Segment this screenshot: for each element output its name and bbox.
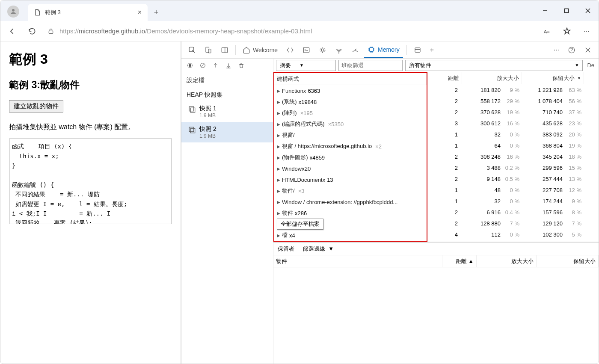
- svg-point-13: [321, 49, 324, 51]
- table-row[interactable]: 3300 61216 %435 62823 %: [428, 118, 599, 129]
- save-button[interactable]: [223, 60, 234, 71]
- table-row[interactable]: 23 4880.2 %299 59615 %: [428, 162, 599, 173]
- table-row[interactable]: ▶檔x4: [274, 230, 427, 241]
- tab-performance[interactable]: [348, 42, 362, 58]
- help-button[interactable]: [564, 42, 579, 58]
- settings-menu-button[interactable]: ···: [578, 23, 595, 40]
- objects-dropdown[interactable]: 所有物件▼: [405, 60, 583, 71]
- back-button[interactable]: [4, 23, 21, 40]
- svg-rect-16: [415, 47, 420, 52]
- table-row[interactable]: ▶HTMLDocumentx13: [274, 174, 427, 185]
- table-row[interactable]: ▶Window / chrome-extension: //gpphkfbcpi…: [274, 196, 427, 207]
- tab-welcome[interactable]: Welcome: [239, 42, 281, 58]
- tab-console[interactable]: [299, 42, 314, 58]
- ret-header-distance[interactable]: 距離 ▲: [442, 255, 477, 267]
- svg-rect-25: [189, 107, 194, 111]
- table-row[interactable]: ▶視窗 / https://microsoftedge.github.io×2: [274, 141, 427, 152]
- window-controls: [534, 0, 599, 21]
- url-field[interactable]: https://microsoftedge.github.io/Demos/de…: [43, 24, 536, 39]
- tab-memory[interactable]: Memory: [364, 42, 403, 58]
- table-row[interactable]: ▶Windowx20: [274, 163, 427, 174]
- snapshot-2[interactable]: 快照 21.9 MB: [181, 122, 273, 142]
- gc-button[interactable]: [236, 60, 246, 71]
- page-content: 範例 3 範例 3:散亂物件 建立散亂的物件 拍攝堆集快照並 watch 物件 …: [0, 41, 181, 364]
- table-row[interactable]: 2181 8209 %1 221 92863 %: [428, 84, 599, 95]
- new-tab-button[interactable]: +: [148, 4, 165, 21]
- constructor-column: 建構函式 ▶Functionx6363▶(系統)x19848▶(陣列)×195▶…: [273, 72, 427, 242]
- close-window-button[interactable]: [577, 0, 599, 21]
- ret-header-retained[interactable]: 保留大小: [537, 255, 599, 267]
- tab-network[interactable]: [332, 42, 346, 58]
- table-row[interactable]: 41120 %102 3005 %: [428, 229, 599, 240]
- table-row[interactable]: ▶(物件圖形)x4859: [274, 152, 427, 163]
- filter-edges-dropdown[interactable]: 篩選邊緣 ▼: [303, 245, 334, 253]
- table-row[interactable]: 2370 62819 %710 74037 %: [428, 107, 599, 118]
- favorite-button[interactable]: [558, 23, 575, 40]
- page-description: 拍攝堆集快照並 watch 物件 (專案) 配置。: [9, 121, 172, 133]
- view-dropdown[interactable]: 摘要▼: [276, 60, 336, 71]
- inspect-icon[interactable]: [185, 42, 199, 58]
- table-row[interactable]: ▶物件/×3: [274, 185, 427, 196]
- close-devtools-button[interactable]: [581, 42, 595, 58]
- page-h2: 範例 3:散亂物件: [9, 78, 172, 92]
- clear-button[interactable]: [198, 60, 208, 71]
- ret-header-shallow[interactable]: 放大大小: [477, 255, 537, 267]
- dock-icon[interactable]: [217, 42, 232, 58]
- table-row[interactable]: 1640 %368 80419 %: [428, 140, 599, 151]
- table-row[interactable]: ▶ (字串)x473 0全部儲存至檔案: [274, 219, 427, 230]
- tab-title: 範例 3: [45, 9, 133, 16]
- table-row[interactable]: ▶Functionx6363: [274, 85, 427, 96]
- tab-sources[interactable]: [315, 42, 330, 58]
- svg-point-0: [12, 9, 15, 12]
- create-objects-button[interactable]: 建立散亂的物件: [9, 100, 63, 112]
- titlebar: 範例 3 × +: [0, 0, 599, 21]
- svg-point-22: [189, 64, 191, 66]
- table-row[interactable]: ▶ 物件x286: [274, 207, 427, 219]
- document-icon: [34, 9, 41, 16]
- tab-drawer-icon[interactable]: [410, 42, 425, 58]
- header-shallow[interactable]: 放大大小: [462, 72, 522, 84]
- read-aloud-button[interactable]: A»: [539, 23, 556, 40]
- table-row[interactable]: 1320 %383 09220 %: [428, 129, 599, 140]
- table-row[interactable]: 29 1480.5 %257 44413 %: [428, 173, 599, 184]
- ret-header-object[interactable]: 物件: [273, 255, 442, 267]
- profile-avatar[interactable]: [7, 6, 19, 18]
- heap-pane: 摘要▼ 所有物件▼ De 建構函式 ▶Functionx6363▶(系統)x19…: [273, 59, 599, 364]
- browser-tab[interactable]: 範例 3 ×: [28, 4, 148, 21]
- profiles-label: 設定檔: [181, 72, 273, 89]
- table-row[interactable]: 2558 17229 %1 078 40456 %: [428, 95, 599, 107]
- table-row[interactable]: ▶(編譯的程式代碼)×5350: [274, 118, 427, 130]
- table-row[interactable]: ▶(系統)x19848: [274, 96, 427, 107]
- tab-close-icon[interactable]: ×: [138, 9, 142, 16]
- class-filter-input[interactable]: [338, 60, 403, 71]
- snapshot-1[interactable]: 快照 11.9 MB: [181, 101, 273, 122]
- record-button[interactable]: [185, 60, 195, 71]
- details-toggle[interactable]: De: [585, 59, 596, 72]
- table-row[interactable]: ▶(陣列)×195: [274, 107, 427, 118]
- svg-line-24: [202, 64, 205, 67]
- table-row[interactable]: 1480 %227 70812 %: [428, 184, 599, 195]
- device-icon[interactable]: [201, 42, 216, 58]
- snapshot-icon: [188, 126, 196, 134]
- address-bar: https://microsoftedge.github.io/Demos/de…: [0, 21, 599, 41]
- heap-table: 建構函式 ▶Functionx6363▶(系統)x19848▶(陣列)×195▶…: [273, 72, 599, 242]
- load-button[interactable]: [211, 60, 221, 71]
- table-row[interactable]: 26 9160.4 %157 5968 %: [428, 207, 599, 218]
- add-tab-button[interactable]: +: [427, 42, 437, 58]
- table-row[interactable]: 2128 8807 %129 1207 %: [428, 218, 599, 229]
- table-row[interactable]: 2308 24816 %345 20418 %: [428, 151, 599, 162]
- header-distance[interactable]: 距離: [428, 72, 462, 84]
- table-row[interactable]: ▶視窗/: [274, 130, 427, 141]
- tab-elements[interactable]: [283, 42, 297, 58]
- snapshot-icon: [188, 106, 196, 113]
- heap-toolbar: 摘要▼ 所有物件▼ De: [273, 59, 599, 72]
- minimize-button[interactable]: [534, 0, 556, 21]
- refresh-button[interactable]: [24, 23, 41, 40]
- code-box[interactable]: 函式 項目 (x) { this.x = x; } 函數編號 () { 不同的結…: [9, 139, 172, 224]
- more-tools-button[interactable]: ···: [550, 42, 563, 58]
- maximize-button[interactable]: [556, 0, 577, 21]
- table-row[interactable]: 1320 %174 2449 %: [428, 195, 599, 207]
- header-retained[interactable]: 保留大小: [522, 72, 584, 84]
- url-text: https://microsoftedge.github.io/Demos/de…: [59, 27, 312, 35]
- header-constructor[interactable]: 建構函式: [274, 73, 427, 85]
